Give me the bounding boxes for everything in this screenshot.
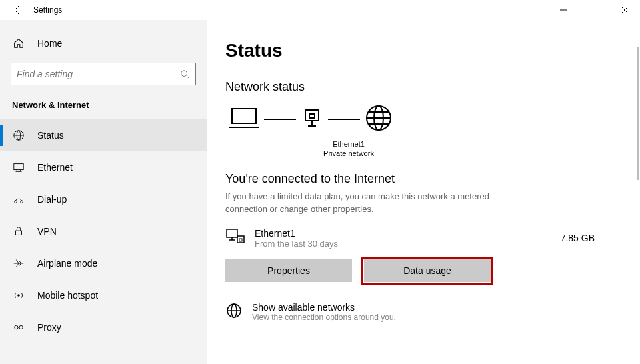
svg-rect-35 bbox=[239, 239, 242, 241]
svg-rect-23 bbox=[309, 114, 315, 118]
diagram-line bbox=[328, 119, 360, 120]
vpn-icon bbox=[12, 225, 25, 237]
hotspot-icon bbox=[12, 289, 25, 301]
page-title: Status bbox=[225, 40, 621, 61]
svg-point-4 bbox=[181, 71, 187, 77]
globe-icon bbox=[364, 103, 393, 135]
sidebar-item-label: Dial-up bbox=[37, 194, 67, 205]
search-icon bbox=[174, 69, 195, 79]
sidebar-item-dialup[interactable]: Dial-up bbox=[0, 183, 207, 215]
connected-title: You're connected to the Internet bbox=[225, 172, 621, 186]
sidebar-section-title: Network & Internet bbox=[0, 97, 207, 119]
sidebar-item-proxy[interactable]: Proxy bbox=[0, 311, 207, 343]
sidebar-item-label: Ethernet bbox=[37, 162, 73, 173]
diagram-scope: Private network bbox=[302, 149, 395, 158]
connection-period: From the last 30 days bbox=[255, 239, 551, 249]
sidebar-item-label: VPN bbox=[37, 226, 57, 237]
sidebar: Home Network & Internet Status Ethern bbox=[0, 20, 207, 364]
available-networks-subtitle: View the connection options around you. bbox=[252, 313, 396, 322]
search-input[interactable] bbox=[11, 65, 174, 83]
back-button[interactable] bbox=[7, 0, 28, 20]
svg-line-5 bbox=[187, 76, 189, 79]
sidebar-item-label: Proxy bbox=[37, 322, 61, 333]
connection-name: Ethernet1 bbox=[255, 228, 551, 239]
svg-point-18 bbox=[19, 325, 23, 329]
dialup-icon bbox=[12, 193, 25, 205]
window-title: Settings bbox=[33, 5, 62, 15]
titlebar: Settings bbox=[0, 0, 640, 20]
minimize-button[interactable] bbox=[548, 0, 579, 20]
data-usage-button[interactable]: Data usage bbox=[364, 259, 491, 282]
home-icon bbox=[12, 37, 25, 49]
search-box[interactable] bbox=[11, 63, 196, 85]
ethernet-icon bbox=[12, 161, 25, 173]
computer-icon bbox=[228, 105, 260, 134]
svg-rect-9 bbox=[14, 164, 23, 170]
sidebar-item-status[interactable]: Status bbox=[0, 119, 207, 151]
connection-usage: 7.85 GB bbox=[561, 233, 621, 243]
proxy-icon bbox=[12, 321, 25, 333]
maximize-button[interactable] bbox=[579, 0, 609, 20]
svg-rect-20 bbox=[232, 109, 256, 123]
scrollbar[interactable] bbox=[637, 47, 639, 180]
sidebar-home[interactable]: Home bbox=[0, 29, 207, 57]
sidebar-item-label: Mobile hotspot bbox=[37, 290, 98, 301]
close-button[interactable] bbox=[609, 0, 640, 20]
diagram-adapter-name: Ethernet1 bbox=[302, 139, 395, 149]
network-diagram bbox=[225, 103, 621, 135]
airplane-icon bbox=[12, 257, 25, 269]
diagram-label: Ethernet1 Private network bbox=[302, 139, 395, 159]
sidebar-item-label: Status bbox=[37, 130, 64, 141]
sidebar-item-ethernet[interactable]: Ethernet bbox=[0, 151, 207, 183]
svg-rect-31 bbox=[227, 229, 237, 237]
sidebar-item-label: Airplane mode bbox=[37, 258, 97, 269]
sidebar-item-airplane[interactable]: Airplane mode bbox=[0, 247, 207, 279]
available-networks-title: Show available networks bbox=[252, 302, 396, 313]
status-icon bbox=[12, 129, 25, 141]
svg-rect-22 bbox=[305, 110, 319, 121]
svg-rect-15 bbox=[16, 231, 22, 235]
connection-row: Ethernet1 From the last 30 days 7.85 GB bbox=[225, 228, 621, 249]
connected-description: If you have a limited data plan, you can… bbox=[225, 190, 505, 216]
adapter-icon bbox=[300, 106, 324, 133]
properties-button[interactable]: Properties bbox=[225, 259, 352, 282]
sidebar-item-hotspot[interactable]: Mobile hotspot bbox=[0, 279, 207, 311]
main-content: Status Network status Ethernet1 Private … bbox=[207, 20, 640, 364]
network-status-heading: Network status bbox=[225, 80, 621, 94]
svg-point-17 bbox=[15, 325, 18, 329]
sidebar-home-label: Home bbox=[37, 38, 62, 49]
show-available-networks[interactable]: Show available networks View the connect… bbox=[225, 302, 621, 322]
svg-point-16 bbox=[17, 294, 20, 297]
diagram-line bbox=[264, 119, 296, 120]
svg-rect-1 bbox=[591, 7, 597, 13]
sidebar-item-vpn[interactable]: VPN bbox=[0, 215, 207, 247]
connection-adapter-icon bbox=[225, 228, 245, 248]
available-networks-icon bbox=[225, 302, 243, 322]
